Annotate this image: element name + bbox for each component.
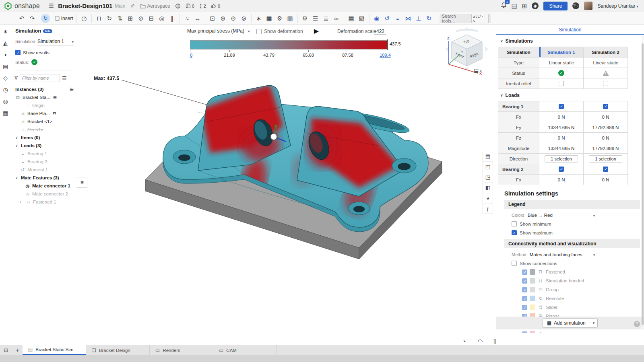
connection-row-bonded[interactable]: ⊔ Simulation bonded [496,276,644,285]
linear-pattern-icon[interactable]: ∗ [254,14,264,23]
mate-features-header[interactable]: ∨ Mate Features (3) [11,174,77,182]
fastened-mate-icon[interactable]: ⊓ [94,14,104,23]
method-dropdown[interactable]: Method Mates and touching faces [496,248,644,257]
insert-feature-icon[interactable]: ∗ [1,27,10,35]
colors-dropdown[interactable]: Colors Blue → Red [496,209,644,218]
connection-row-group[interactable]: ⊡ Group [496,285,644,294]
magnitude-value[interactable]: 13344.665 N [539,143,584,154]
connection-row-revolute[interactable]: ↻ Revolute [496,294,644,303]
named-views-icon[interactable]: ▥ [285,14,295,23]
onshape-logo[interactable]: onshape [0,2,40,10]
bom-icon[interactable]: ▦ [1,109,10,117]
filter-funnel-icon[interactable]: ∇ [14,75,18,81]
user-name[interactable]: Sandeep Urankar [597,3,638,9]
insert-button[interactable]: ❏ Insert [52,14,77,23]
tab-bracket-static-sim[interactable]: ▤ Bracket Static Sim [23,345,86,355]
slider-mate-icon[interactable]: ⇅ [115,14,125,23]
pressure-load-icon[interactable]: ⊥ [413,14,424,23]
copies-icon[interactable]: 0 [186,3,194,8]
tree-item-origin[interactable]: ◦ Origin [11,101,77,109]
instances-header[interactable]: Instances (3) ⊞ [11,85,77,93]
search-tools-field[interactable]: Search tools... alt/⌥ c [440,14,491,23]
display-states-icon[interactable]: ▤ [346,14,357,23]
tab-simulation[interactable]: Simulation [496,25,644,35]
tree-item-moment1[interactable]: ↺ Moment 1 [11,166,77,174]
items-header[interactable]: ∨ Items (0) [11,134,77,142]
view-settings-button[interactable]: ⬓ [474,68,482,74]
tree-item-bracket[interactable]: ⊿ Bracket <1> [11,117,77,125]
tangent-mate-icon[interactable]: ≈ [182,14,192,23]
likes-icon[interactable]: 0 [211,3,220,8]
mass-properties-icon[interactable]: ◔ [459,337,469,345]
appearance-editor-icon[interactable]: ◭ [1,39,10,47]
connection-row-fastened[interactable]: ⊓ Fastened [496,267,644,276]
group-icon[interactable]: ⊡ [207,14,218,23]
project-folder[interactable]: Aerospace [140,3,170,9]
fy-value[interactable]: 17792.886 N [584,122,628,133]
tree-item-mate-connector2[interactable]: ◷ Mate connector 2 [11,190,77,198]
fx-value[interactable]: 0 N [539,112,584,122]
tab-search-icon[interactable]: ⊡ [0,345,12,355]
connection-checkbox[interactable] [522,287,527,292]
main-menu-icon[interactable]: ☰ [49,2,54,10]
measure-arc-icon[interactable]: ◠ [475,337,485,345]
show-connections-checkbox[interactable] [512,261,517,266]
tree-item-pin[interactable]: ⊿ Pin <1> [11,125,77,134]
tree-item-fastened1[interactable]: › ⊓ Fastened 1 [11,198,77,206]
bearing1-enable-checkbox[interactable] [603,104,608,109]
fz-value[interactable]: 0 N [584,133,628,143]
chevron-right-icon[interactable]: › [20,200,24,204]
show-results-checkbox[interactable] [15,50,21,55]
measure-grid-icon[interactable]: ▥ [491,337,496,345]
loads-header[interactable]: ∨ Loads (3) [11,142,77,150]
simulation-probe-icon[interactable]: ◉ [372,14,382,23]
tab-cam[interactable]: ▭ CAM [213,345,277,355]
bearing-load-icon[interactable]: ◒ [392,14,403,23]
gear-relation-icon[interactable]: ⚙ [275,14,285,23]
panel-flyout-handle[interactable]: ≡ [77,177,87,188]
connection-checkbox[interactable] [522,278,527,284]
sim-select-dropdown[interactable]: Simulation 1 [37,39,74,45]
tree-item-base-plate[interactable]: ⊿ Base Pla... ☶ [11,109,77,117]
bearing2-enable-checkbox[interactable] [603,167,608,172]
direction-selection-button[interactable]: 1 selection [589,155,622,162]
ball-mate-icon[interactable]: ◎ [157,14,167,23]
bearing1-enable-checkbox[interactable] [559,104,564,109]
app-store-icon[interactable]: ⊞ [522,2,527,10]
appearance-sphere-icon[interactable]: ◕ [483,193,493,204]
browser-panel-icon[interactable]: ▤ [483,151,493,162]
loads-section-header[interactable]: ∨ Loads [496,89,644,101]
share-button[interactable]: Share [543,2,568,10]
section-view-icon[interactable]: ◧ [483,183,493,193]
isometric-view-icon[interactable]: ◰ [483,162,493,172]
orient-view-icon[interactable]: ◳ [483,172,493,183]
connection-checkbox[interactable] [522,269,527,275]
mate-values-icon[interactable]: ⊜ [228,14,239,23]
list-view-icon[interactable]: ☰ [62,75,67,81]
variables-icon[interactable]: ƒ [483,204,493,214]
tree-item-bearing1[interactable]: ◒ Bearing 1 [11,150,77,158]
torque-load-icon[interactable]: ↺ [382,14,392,23]
help-menu-icon[interactable]: ? [572,2,579,9]
show-maximum-checkbox[interactable] [512,230,517,235]
column-header-sim1[interactable]: Simulation 1 [539,47,584,58]
link-icon[interactable] [130,3,135,8]
fz-value[interactable]: 0 N [539,133,584,143]
fx-value[interactable]: 0 N [539,175,584,185]
show-minimum-checkbox[interactable] [512,221,517,226]
mate-connector-icon[interactable]: ◷ [79,14,89,23]
gear-icon[interactable]: ⚙ [300,14,310,23]
configurations-icon[interactable]: ▧ [357,14,367,23]
tab-renders[interactable]: ▭ Renders [150,345,213,355]
tree-item-bearing2[interactable]: ◒ Bearing 2 [11,158,77,166]
fx-value[interactable]: 0 N [584,112,628,122]
direction-selection-button[interactable]: 1 selection [545,155,578,162]
replicate-icon[interactable]: ⊛ [218,14,228,23]
parallel-mate-icon[interactable]: ∥ [167,14,178,23]
tree-item-assembly[interactable]: ⊡ Bracket Sta... ☶ [11,93,77,101]
add-instance-icon[interactable]: ⊞ [70,86,74,92]
add-simulation-dropdown[interactable]: ▾ [590,319,598,327]
magnitude-value[interactable]: 17792.886 N [584,143,628,154]
panel-scrollbar[interactable] [642,35,644,329]
fy-value[interactable]: 13344.665 N [539,122,584,133]
